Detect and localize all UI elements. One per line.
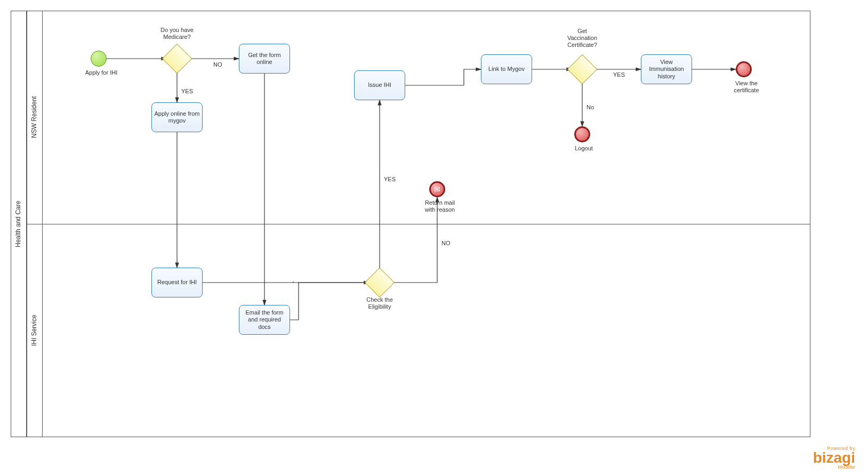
task-get-form-label: Get the form online (242, 52, 287, 66)
gateway-medicare-label: Do you have Medicare? (156, 27, 198, 41)
end-event-view-certificate (736, 61, 752, 77)
task-apply-online-label: Apply online from mygov (154, 110, 200, 124)
task-view-history-label: View Immunisation history (644, 59, 689, 80)
gateway-vaccination-no: No (586, 104, 594, 110)
footer-brand: bizagi (813, 451, 855, 464)
lane-title-top: NSW Resident (29, 11, 39, 224)
content-area (43, 11, 810, 437)
task-link-mygov: Link to Mygov (481, 54, 532, 84)
task-get-form-online: Get the form online (239, 44, 290, 74)
task-request-ihi-label: Request for IHI (157, 279, 197, 286)
task-view-immunisation-history: View Immunisation history (641, 54, 692, 84)
end-event-logout (574, 126, 590, 142)
gateway-eligibility-yes: YES (384, 176, 396, 182)
pool-title: Health and Care (13, 11, 23, 437)
mail-icon: ✉ (434, 185, 440, 194)
gateway-eligibility-label: Check the Eligibility (358, 296, 401, 310)
start-event-label: Apply for IHI (80, 69, 123, 76)
diagram-canvas: Health and Care NSW Resident IHI Service (0, 0, 868, 475)
end-event-return-mail: ✉ (429, 181, 445, 197)
task-email-form-label: Email the form and required docs (242, 309, 287, 331)
end-event-logout-label: Logout (565, 145, 602, 152)
start-event-apply-ihi (91, 51, 107, 67)
task-issue-ihi: Issue IHI (354, 70, 405, 100)
end-event-return-mail-label: Return mail with reason (419, 199, 461, 213)
footer-logo: Powered by bizagi Modeler (813, 446, 855, 470)
task-email-form-docs: Email the form and required docs (239, 305, 290, 335)
gateway-vaccination-yes: YES (613, 71, 625, 78)
gateway-medicare-yes: YES (181, 88, 193, 94)
task-issue-ihi-label: Issue IHI (368, 82, 391, 88)
task-request-ihi: Request for IHI (151, 268, 203, 297)
task-link-mygov-label: Link to Mygov (488, 66, 525, 73)
gateway-medicare-no: NO (213, 61, 222, 68)
end-event-view-cert-label: View the certificate (725, 80, 768, 94)
gateway-eligibility-no: NO (441, 240, 451, 246)
lane-title-bottom: IHI Service (29, 224, 39, 437)
task-apply-online-mygov: Apply online from mygov (151, 102, 203, 132)
gateway-vaccination-label: Get Vaccination Certificate? (561, 28, 604, 49)
